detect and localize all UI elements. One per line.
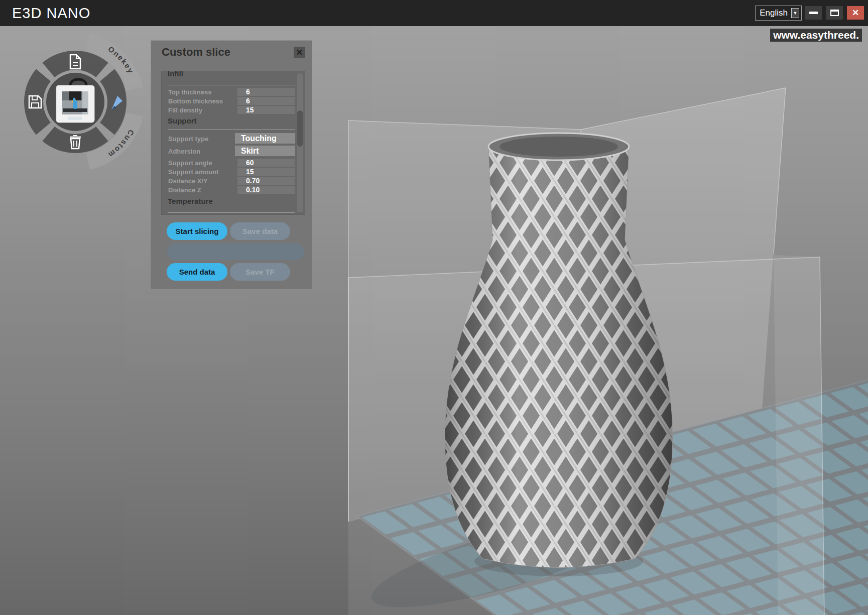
language-select[interactable]: English ▼: [755, 6, 802, 21]
settings-panel: Infill Top thickness 6 Bottom thickness …: [161, 71, 305, 215]
setting-label: Support angle: [168, 159, 212, 167]
setting-label: Bottom thickness: [168, 97, 223, 105]
application-window: E3D NANO English ▼ ✕ www.easythreed. One…: [0, 0, 868, 615]
dialog-title: Custom slice: [162, 46, 230, 59]
start-slicing-button[interactable]: Start slicing: [167, 222, 227, 240]
printer-image: [56, 79, 94, 122]
send-data-button[interactable]: Send data: [167, 263, 227, 281]
fill-density-field[interactable]: 15: [237, 106, 295, 114]
dialog-close-button[interactable]: ✕: [294, 47, 305, 58]
adhersion-dropdown[interactable]: Skirt: [235, 146, 295, 156]
scrollbar-thumb[interactable]: [297, 110, 303, 147]
support-angle-field[interactable]: 60: [237, 159, 295, 167]
minimize-button[interactable]: [805, 6, 822, 20]
bottom-thickness-field[interactable]: 6: [237, 97, 295, 105]
setting-label: Fill density: [168, 106, 202, 114]
slicing-progress-bar: [167, 243, 304, 260]
support-type-dropdown[interactable]: Touching: [235, 133, 295, 144]
custom-slice-dialog: Custom slice ✕ Infill Top thickness 6 Bo…: [151, 41, 312, 289]
language-label: English: [760, 8, 788, 18]
setting-label: Support type: [168, 135, 208, 143]
divider: [168, 212, 295, 213]
section-header-infill: Infill: [168, 71, 183, 78]
support-amount-field[interactable]: 15: [237, 168, 295, 176]
close-icon: ✕: [296, 48, 303, 57]
top-thickness-field[interactable]: 6: [237, 88, 295, 96]
ring-menu: Onekey Custom: [5, 32, 151, 177]
setting-label: Distance Z: [168, 186, 201, 194]
maximize-icon: [830, 10, 839, 16]
divider: [168, 129, 295, 130]
close-icon: ✕: [852, 9, 859, 17]
distance-z-field[interactable]: 0.10: [237, 186, 295, 194]
ring-center-printer[interactable]: [46, 73, 104, 131]
close-button[interactable]: ✕: [847, 6, 864, 20]
save-data-button[interactable]: Save data: [230, 222, 290, 240]
divider: [168, 85, 295, 85]
section-header-support: Support: [168, 116, 197, 125]
section-header-temperature: Temperature: [168, 197, 213, 205]
vase-rim-interior: [500, 137, 618, 157]
watermark-text: www.easythreed.: [770, 29, 862, 42]
setting-label: Adhersion: [168, 148, 200, 155]
maximize-button[interactable]: [826, 6, 843, 20]
title-bar: E3D NANO English ▼ ✕: [0, 0, 868, 26]
save-tf-button[interactable]: Save TF: [230, 263, 290, 281]
settings-scrollbar[interactable]: [297, 73, 303, 212]
distance-xy-field[interactable]: 0.70: [237, 177, 295, 185]
chevron-down-icon[interactable]: ▼: [791, 8, 799, 18]
app-title: E3D NANO: [12, 5, 90, 22]
minimize-icon: [809, 12, 818, 14]
setting-label: Dsitance X/Y: [168, 177, 208, 185]
setting-label: Support amount: [168, 168, 218, 176]
setting-label: Top thickness: [168, 88, 211, 96]
